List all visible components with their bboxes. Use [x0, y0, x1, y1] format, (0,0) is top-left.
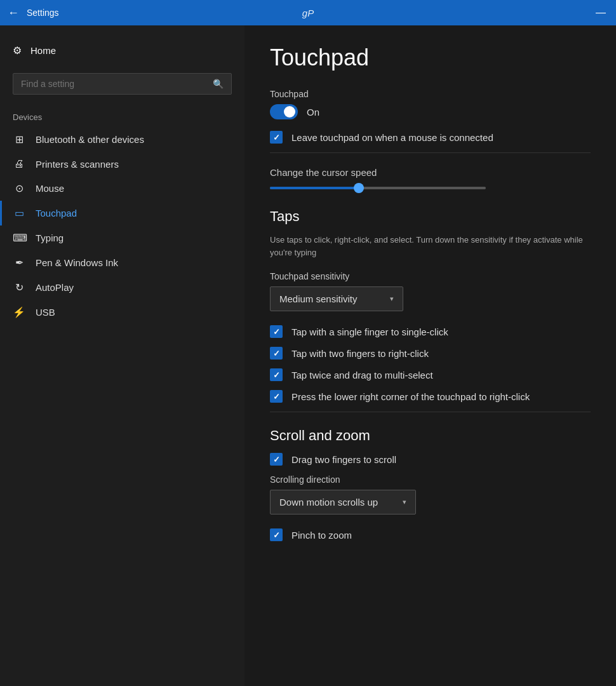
autoplay-icon: ↻ [13, 281, 25, 293]
sensitivity-value: Medium sensitivity [279, 293, 358, 304]
cursor-speed-slider[interactable] [270, 187, 486, 189]
sidebar-item-mouse[interactable]: ⊙ Mouse [0, 176, 244, 201]
taps-description: Use taps to click, right-click, and sele… [270, 234, 591, 259]
search-box[interactable]: 🔍 [13, 73, 232, 95]
twice-drag-label: Tap twice and drag to multi-select [291, 370, 433, 380]
divider-1 [270, 152, 591, 153]
sidebar: ⚙ Home 🔍 Devices ⊞ Bluetooth & other dev… [0, 25, 244, 686]
devices-section-label: Devices [0, 105, 244, 127]
scrolling-direction-label: Scrolling direction [270, 474, 591, 485]
scrolling-direction-dropdown[interactable]: Down motion scrolls up ▾ [270, 490, 416, 514]
sidebar-item-touchpad[interactable]: ▭ Touchpad [0, 201, 244, 225]
taps-heading: Taps [270, 208, 591, 225]
usb-icon: ⚡ [13, 306, 25, 318]
toggle-on-label: On [307, 107, 319, 118]
sidebar-item-printers[interactable]: 🖨 Printers & scanners [0, 152, 244, 176]
sensitivity-dropdown[interactable]: Medium sensitivity ▾ [270, 286, 403, 311]
lower-right-label: Press the lower right corner of the touc… [291, 391, 530, 402]
drag-two-fingers-row: Drag two fingers to scroll [270, 453, 591, 466]
toggle-knob [284, 106, 295, 118]
touchpad-section-label: Touchpad [270, 89, 591, 99]
pen-icon: ✒ [13, 257, 25, 269]
slider-thumb[interactable] [354, 183, 364, 193]
drag-two-fingers-label: Drag two fingers to scroll [291, 454, 396, 465]
sidebar-item-autoplay[interactable]: ↻ AutoPlay [0, 275, 244, 300]
touchpad-toggle[interactable] [270, 104, 298, 119]
two-finger-row: Tap with two fingers to right-click [270, 347, 591, 360]
lower-right-checkbox[interactable] [270, 390, 283, 403]
brand-logo: gP [302, 8, 314, 18]
search-input[interactable] [21, 79, 213, 89]
sensitivity-label: Touchpad sensitivity [270, 271, 591, 281]
typing-icon: ⌨ [13, 232, 25, 244]
chevron-down-icon: ▾ [390, 295, 394, 303]
drag-two-fingers-checkbox[interactable] [270, 453, 283, 466]
app-body: ⚙ Home 🔍 Devices ⊞ Bluetooth & other dev… [0, 25, 616, 686]
single-finger-label: Tap with a single finger to single-click [291, 326, 448, 337]
touchpad-icon: ▭ [13, 207, 25, 219]
home-icon: ⚙ [13, 44, 22, 57]
sidebar-item-bluetooth[interactable]: ⊞ Bluetooth & other devices [0, 127, 244, 152]
mouse-icon: ⊙ [13, 182, 25, 194]
single-finger-row: Tap with a single finger to single-click [270, 325, 591, 338]
divider-2 [270, 412, 591, 412]
sidebar-item-pen[interactable]: ✒ Pen & Windows Ink [0, 250, 244, 275]
two-finger-label: Tap with two fingers to right-click [291, 348, 429, 359]
app-title: Settings [27, 8, 59, 18]
titlebar: ← Settings gP — [0, 0, 616, 25]
scrolling-direction-value: Down motion scrolls up [279, 497, 378, 508]
slider-fill [270, 187, 359, 189]
printer-icon: 🖨 [13, 158, 25, 170]
leave-touchpad-checkbox[interactable] [270, 131, 283, 144]
sidebar-item-typing[interactable]: ⌨ Typing [0, 225, 244, 250]
page-title: Touchpad [270, 44, 591, 71]
bluetooth-icon: ⊞ [13, 133, 25, 145]
single-finger-checkbox[interactable] [270, 325, 283, 338]
leave-touchpad-label: Leave touchpad on when a mouse is connec… [291, 132, 493, 143]
lower-right-row: Press the lower right corner of the touc… [270, 390, 591, 403]
sidebar-item-usb[interactable]: ⚡ USB [0, 300, 244, 325]
cursor-speed-label: Change the cursor speed [270, 167, 591, 178]
pinch-zoom-row: Pinch to zoom [270, 528, 591, 541]
leave-touchpad-row: Leave touchpad on when a mouse is connec… [270, 131, 591, 144]
pinch-zoom-label: Pinch to zoom [291, 530, 352, 541]
search-icon: 🔍 [213, 79, 224, 89]
twice-drag-checkbox[interactable] [270, 368, 283, 381]
back-button[interactable]: ← [8, 6, 19, 20]
sidebar-home-label: Home [30, 45, 56, 56]
chevron-down-icon-2: ▾ [403, 498, 406, 506]
sidebar-item-home[interactable]: ⚙ Home [0, 38, 244, 63]
minimize-button[interactable]: — [596, 7, 606, 18]
two-finger-checkbox[interactable] [270, 347, 283, 360]
twice-drag-row: Tap twice and drag to multi-select [270, 368, 591, 381]
touchpad-toggle-row: On [270, 104, 591, 119]
scroll-zoom-heading: Scroll and zoom [270, 427, 591, 444]
cursor-speed-section: Change the cursor speed [270, 167, 591, 189]
pinch-zoom-checkbox[interactable] [270, 528, 283, 541]
content-area: Touchpad Touchpad On Leave touchpad on w… [244, 25, 616, 686]
